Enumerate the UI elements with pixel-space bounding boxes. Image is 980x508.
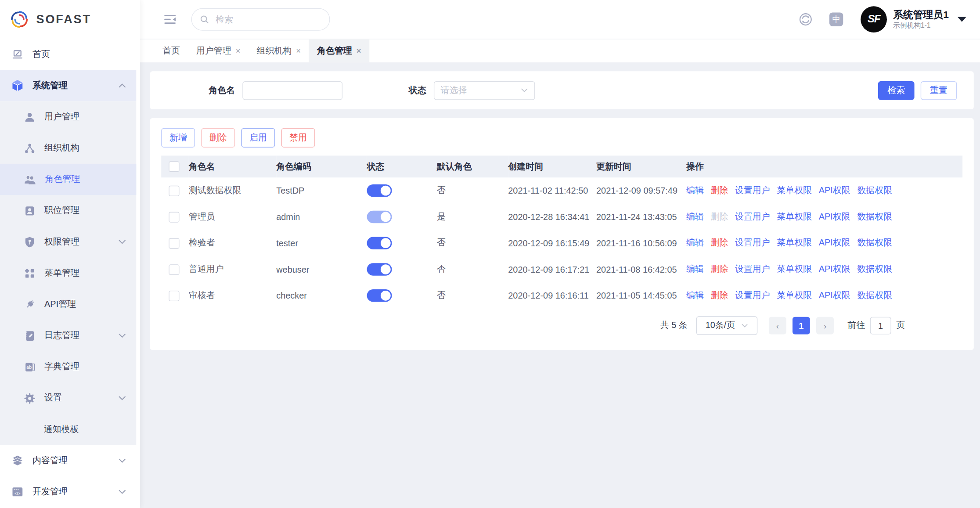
avatar[interactable]: SF xyxy=(861,6,887,32)
role-name-input[interactable] xyxy=(242,81,342,100)
sidebar-item-home[interactable]: 首页 xyxy=(0,39,136,70)
page-size-select[interactable]: 10条/页 xyxy=(696,316,758,335)
refresh-globe-icon[interactable] xyxy=(798,12,813,27)
sidebar: SOFAST 首页 系统管理 xyxy=(0,0,140,508)
sidebar-item-settings[interactable]: 设置 xyxy=(0,382,136,414)
tab-roles[interactable]: 角色管理 × xyxy=(309,40,369,63)
sidebar-item-api[interactable]: API管理 xyxy=(0,289,136,320)
api-permissions-link[interactable]: API权限 xyxy=(819,238,850,248)
tab-users[interactable]: 用户管理 × xyxy=(188,40,248,63)
api-permissions-link[interactable]: API权限 xyxy=(819,264,850,274)
created-time-cell: 2020-12-28 16:34:41 xyxy=(508,204,596,230)
search-button[interactable]: 检索 xyxy=(878,81,915,100)
delete-link[interactable]: 删除 xyxy=(710,238,728,248)
delete-link[interactable]: 删除 xyxy=(710,185,728,195)
set-users-link[interactable]: 设置用户 xyxy=(735,185,770,195)
status-select[interactable]: 请选择 xyxy=(434,81,535,100)
menu-permissions-link[interactable]: 菜单权限 xyxy=(777,290,812,300)
user-info[interactable]: 系统管理员1 示例机构1-1 xyxy=(893,9,949,30)
status-toggle[interactable] xyxy=(367,263,392,275)
next-page-button[interactable]: › xyxy=(816,317,834,335)
status-toggle[interactable] xyxy=(367,237,392,249)
sidebar-item-organization[interactable]: 组织机构 xyxy=(0,133,136,164)
column-header: 状态 xyxy=(367,155,437,177)
tab-label: 首页 xyxy=(162,45,180,57)
sidebar-item-notification-templates[interactable]: 通知模板 xyxy=(0,414,136,445)
operations-cell: 编辑删除设置用户菜单权限API权限数据权限 xyxy=(686,177,962,204)
operations-cell: 编辑删除设置用户菜单权限API权限数据权限 xyxy=(686,282,962,309)
api-permissions-link[interactable]: API权限 xyxy=(819,211,850,221)
tab-organization[interactable]: 组织机构 × xyxy=(249,40,309,63)
sidebar-item-users[interactable]: 用户管理 xyxy=(0,101,136,133)
goto-page-input[interactable] xyxy=(870,317,891,335)
set-users-link[interactable]: 设置用户 xyxy=(735,264,770,274)
page-number-button[interactable]: 1 xyxy=(793,317,810,335)
sidebar-group-development[interactable]: </> 开发管理 xyxy=(0,476,136,508)
data-permissions-link[interactable]: 数据权限 xyxy=(857,264,892,274)
menu-permissions-link[interactable]: 菜单权限 xyxy=(777,264,812,274)
menu-permissions-link[interactable]: 菜单权限 xyxy=(777,211,812,221)
user-menu-caret-icon[interactable] xyxy=(958,17,966,22)
data-permissions-link[interactable]: 数据权限 xyxy=(857,238,892,248)
edit-link[interactable]: 编辑 xyxy=(686,290,704,300)
api-permissions-link[interactable]: API权限 xyxy=(819,185,850,195)
edit-link[interactable]: 编辑 xyxy=(686,264,704,274)
close-tab-icon[interactable]: × xyxy=(296,46,301,55)
close-tab-icon[interactable]: × xyxy=(236,46,241,55)
created-time-cell: 2020-12-09 16:16:11 xyxy=(508,282,596,309)
roles-table: 角色名 角色编码 状态 默认角色 创建时间 更新时间 操作 xyxy=(161,155,962,309)
sidebar-collapse-icon[interactable] xyxy=(164,14,177,25)
app-window: SOFAST 首页 系统管理 xyxy=(0,0,980,508)
status-toggle[interactable] xyxy=(367,184,392,197)
status-toggle[interactable] xyxy=(367,289,392,302)
sidebar-item-label: API管理 xyxy=(44,299,76,310)
set-users-link[interactable]: 设置用户 xyxy=(735,211,770,221)
data-permissions-link[interactable]: 数据权限 xyxy=(857,211,892,221)
row-checkbox[interactable] xyxy=(169,212,179,222)
menu-permissions-link[interactable]: 菜单权限 xyxy=(777,238,812,248)
row-checkbox[interactable] xyxy=(169,186,179,196)
set-users-link[interactable]: 设置用户 xyxy=(735,290,770,300)
brand-logo: SOFAST xyxy=(0,0,140,39)
sidebar-group-system[interactable]: 系统管理 xyxy=(0,70,136,101)
updated-time-cell: 2021-11-08 16:42:05 xyxy=(596,256,686,283)
disable-button[interactable]: 禁用 xyxy=(281,128,315,148)
data-permissions-link[interactable]: 数据权限 xyxy=(857,290,892,300)
sidebar-item-positions[interactable]: 职位管理 xyxy=(0,195,136,226)
set-users-link[interactable]: 设置用户 xyxy=(735,238,770,248)
delete-link[interactable]: 删除 xyxy=(710,290,728,300)
row-checkbox[interactable] xyxy=(169,238,179,249)
delete-button[interactable]: 删除 xyxy=(201,128,235,148)
shield-key-icon xyxy=(24,236,36,248)
sidebar-item-logs[interactable]: 日志管理 xyxy=(0,320,136,351)
sidebar-item-dictionary[interactable]: ab 字典管理 xyxy=(0,351,136,382)
data-permissions-link[interactable]: 数据权限 xyxy=(857,185,892,195)
edit-link[interactable]: 编辑 xyxy=(686,211,704,221)
sidebar-item-permissions[interactable]: 权限管理 xyxy=(0,226,136,257)
filter-actions: 检索 重置 xyxy=(878,81,957,100)
language-switch-icon[interactable]: 中 xyxy=(829,12,843,26)
table-toolbar: 新增 删除 启用 禁用 xyxy=(161,128,962,148)
sidebar-group-content[interactable]: 内容管理 xyxy=(0,445,136,476)
column-header: 默认角色 xyxy=(437,155,508,177)
select-all-checkbox[interactable] xyxy=(169,162,179,172)
prev-page-button[interactable]: ‹ xyxy=(769,317,786,335)
menu-permissions-link[interactable]: 菜单权限 xyxy=(777,185,812,195)
delete-link: 删除 xyxy=(710,211,728,221)
global-search-input[interactable] xyxy=(214,14,304,25)
row-checkbox[interactable] xyxy=(169,291,179,301)
row-checkbox[interactable] xyxy=(169,264,179,275)
api-permissions-link[interactable]: API权限 xyxy=(819,290,850,300)
edit-link[interactable]: 编辑 xyxy=(686,238,704,248)
reset-button[interactable]: 重置 xyxy=(921,81,957,100)
tab-home[interactable]: 首页 xyxy=(155,40,188,63)
updated-time-cell: 2021-12-09 09:57:49 xyxy=(596,177,686,204)
delete-link[interactable]: 删除 xyxy=(710,264,728,274)
role-code-cell: tester xyxy=(276,230,367,256)
add-button[interactable]: 新增 xyxy=(161,128,195,148)
sidebar-item-roles[interactable]: 角色管理 xyxy=(0,164,136,195)
sidebar-item-menus[interactable]: 菜单管理 xyxy=(0,257,136,288)
close-tab-icon[interactable]: × xyxy=(357,46,361,55)
edit-link[interactable]: 编辑 xyxy=(686,185,704,195)
enable-button[interactable]: 启用 xyxy=(241,128,275,148)
